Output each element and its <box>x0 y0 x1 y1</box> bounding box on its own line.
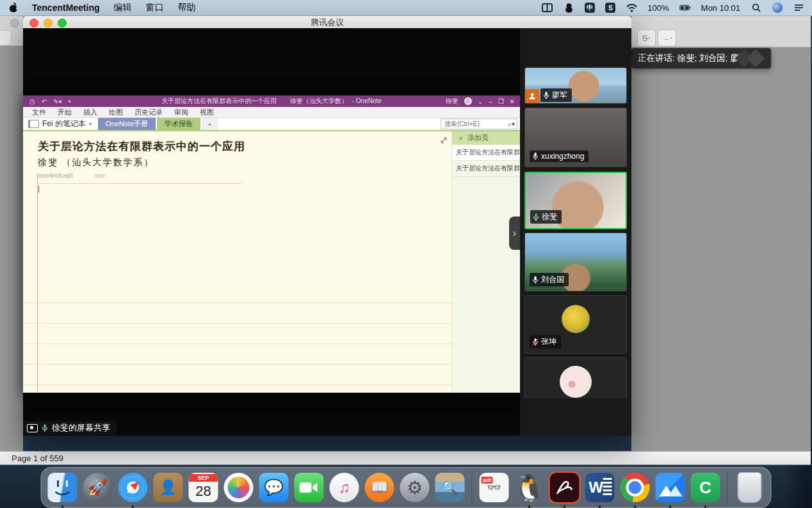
account-avatar[interactable]: ☺ <box>464 97 472 105</box>
tab-review[interactable]: 审阅 <box>169 106 193 119</box>
notebook-dropdown[interactable]: Fei 的笔记本 ▾ <box>23 119 98 129</box>
arrow-annotation-button[interactable]: →+ <box>658 29 676 47</box>
dock-photos-icon[interactable] <box>223 471 255 504</box>
dock-acrobat-icon[interactable] <box>549 471 581 504</box>
search-icon[interactable]: ⌕▾ <box>508 120 515 128</box>
notebook-icon <box>28 120 39 128</box>
tab-home[interactable]: 开始 <box>53 106 77 119</box>
battery-percent: 100% <box>647 3 669 13</box>
menu-bar: TencentMeeting 编辑 窗口 帮助 中 S 100% Mon 10:… <box>0 0 812 16</box>
screen-share-icon <box>27 424 38 432</box>
onenote-account-name[interactable]: 徐斐 <box>446 97 459 106</box>
dock-messages-icon[interactable]: 💬 <box>258 471 290 504</box>
collapse-panel-chevron[interactable]: › <box>509 217 520 250</box>
background-toolbar-button[interactable] <box>0 30 12 45</box>
calendar-month: SEP <box>189 474 218 482</box>
dock-pdf-expert-icon[interactable]: pdf👓 <box>478 471 510 504</box>
dock-qq-icon[interactable]: 🐧 <box>514 471 546 504</box>
wifi-icon[interactable] <box>626 3 637 13</box>
tab-insert[interactable]: 插入 <box>78 106 102 119</box>
search-input[interactable] <box>443 120 496 128</box>
video-tile-zhangkun[interactable]: 张坤 <box>524 295 627 354</box>
video-tile-xuxingzhong[interactable]: xuxingzhong <box>524 108 627 167</box>
apple-menu-icon[interactable] <box>9 3 18 13</box>
meeting-title-bar[interactable]: 腾讯会议 <box>23 16 631 29</box>
add-page-button[interactable]: ＋ 添加页 <box>452 131 520 145</box>
add-section-button[interactable]: + <box>202 118 217 130</box>
page-title[interactable]: 关于层论方法在有限群表示中的一个应用 <box>38 139 245 154</box>
onenote-restore-icon[interactable]: ❐ <box>498 98 504 105</box>
page-list-item[interactable]: 关于层论方法在有限群表示中的一 <box>452 145 520 161</box>
tab-history[interactable]: 历史记录 <box>129 106 168 119</box>
dock-camtasia-icon[interactable]: C <box>690 471 722 504</box>
mic-icon <box>532 275 539 284</box>
mic-icon <box>42 423 48 432</box>
qq-status-icon[interactable] <box>563 3 574 13</box>
screen-share-badge: 徐斐的屏幕共享 <box>23 421 117 435</box>
page-list-item[interactable]: 关于层论方法在有限群表示中的应 <box>452 161 520 177</box>
dock-tencent-meeting-icon[interactable] <box>654 471 686 504</box>
participant-name: 张坤 <box>541 336 556 347</box>
desktop: S+ →+ Page 1 of 559 TencentMeeting 编辑 窗口… <box>0 0 812 508</box>
tab-draw[interactable]: 绘图 <box>104 106 128 119</box>
notification-center-icon[interactable] <box>793 3 804 13</box>
video-tile-xufei-active-speaker[interactable]: 徐斐 <box>524 172 627 229</box>
video-tile-liuheguo[interactable]: 刘合国 <box>524 233 627 291</box>
pdf-page-status: Page 1 of 559 <box>12 454 63 463</box>
dock-contacts-icon[interactable]: 👤 <box>152 471 184 504</box>
onenote-minimize-icon[interactable]: – <box>489 98 492 105</box>
quick-access-dropdown-icon[interactable]: ▾ <box>69 99 71 104</box>
menu-clock[interactable]: Mon 10:01 <box>701 3 740 13</box>
plus-icon: ＋ <box>457 133 464 143</box>
page-date: 2020年9月28日9:02 <box>38 172 241 184</box>
video-tile-unnamed[interactable] <box>524 357 627 398</box>
siri-icon[interactable] <box>772 3 783 13</box>
dock-facetime-icon[interactable] <box>293 471 325 504</box>
close-window-button[interactable] <box>29 19 38 28</box>
film-strip-icon[interactable] <box>541 3 553 13</box>
section-tab-academic-report[interactable]: 学术报告 <box>157 118 200 130</box>
dock-launchpad-icon[interactable]: 🚀 <box>82 471 114 504</box>
battery-charging-icon[interactable] <box>679 3 691 13</box>
section-tab-onenote-manual[interactable]: OneNote手册 <box>98 118 156 130</box>
onenote-close-icon[interactable]: ✕ <box>510 98 515 105</box>
mic-speaking-icon <box>533 213 539 222</box>
expand-page-icon[interactable] <box>440 136 448 144</box>
tab-view[interactable]: 视图 <box>195 106 219 119</box>
menu-app-name[interactable]: TencentMeeting <box>32 3 100 13</box>
undo-icon[interactable]: ↶ <box>42 98 47 105</box>
ruled-lines <box>23 283 451 393</box>
participant-name: 刘合国 <box>541 274 564 285</box>
menu-window[interactable]: 窗口 <box>146 2 164 13</box>
dock-preview-icon[interactable]: 🔍 <box>434 471 466 504</box>
dock-word-icon[interactable]: W <box>584 471 616 504</box>
proxy-s-icon[interactable]: S <box>605 3 615 13</box>
mic-muted-icon <box>532 338 539 347</box>
dock-books-icon[interactable]: 📖 <box>364 471 396 504</box>
dock-system-preferences-icon[interactable]: ⚙ <box>399 471 431 504</box>
pen-mode-icon[interactable]: ✎▾ <box>53 98 61 105</box>
spotlight-search-icon[interactable] <box>751 3 762 13</box>
zoom-window-button[interactable] <box>58 19 67 28</box>
input-method-icon[interactable]: 中 <box>585 3 595 13</box>
tencent-meeting-window: 腾讯会议 ◷ ↶ ✎▾ ▾ 关于层论方法在有限群表示中的一个应用 徐斐（汕头大学… <box>23 16 631 436</box>
page-author[interactable]: 徐斐 （汕头大学数学系） <box>38 157 245 168</box>
strikethrough-annotation-button[interactable]: S+ <box>637 29 656 47</box>
ribbon-display-icon[interactable]: ⌄ <box>478 98 483 105</box>
onenote-notebook-bar: Fei 的笔记本 ▾ OneNote手册 学术报告 + ⌕▾ <box>23 118 520 130</box>
dock-chrome-icon[interactable] <box>619 471 651 504</box>
dock-trash-icon[interactable] <box>734 471 766 504</box>
minimize-window-button[interactable] <box>44 19 53 28</box>
onenote-page-canvas[interactable]: 关于层论方法在有限群表示中的一个应用 徐斐 （汕头大学数学系） 2020年9月2… <box>23 131 451 393</box>
search-box[interactable]: ⌕▾ <box>441 119 517 129</box>
menu-help[interactable]: 帮助 <box>178 2 196 13</box>
video-tile-liaojun[interactable]: 廖军 <box>524 67 627 104</box>
dock-music-icon[interactable]: ♫ <box>329 471 361 504</box>
participant-name: 廖军 <box>552 90 567 101</box>
tab-file[interactable]: 文件 <box>27 106 51 119</box>
menu-edit[interactable]: 编辑 <box>114 2 132 13</box>
quick-access-view-icon[interactable]: ◷ <box>29 98 35 105</box>
dock-safari-icon[interactable] <box>117 471 149 504</box>
dock-finder-icon[interactable] <box>47 471 79 504</box>
dock-calendar-icon[interactable]: SEP 28 <box>188 471 220 504</box>
